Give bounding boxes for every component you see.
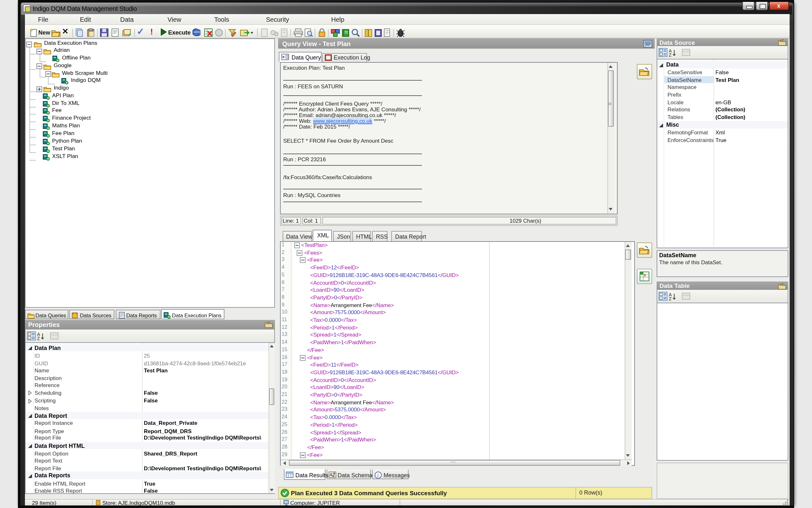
- svg-text:Z: Z: [37, 336, 40, 340]
- svg-text:Z: Z: [668, 52, 671, 57]
- svg-text:Z: Z: [668, 296, 671, 300]
- svg-text:i: i: [377, 472, 378, 478]
- svg-text:4: 4: [330, 472, 332, 477]
- svg-text:x: x: [644, 273, 646, 278]
